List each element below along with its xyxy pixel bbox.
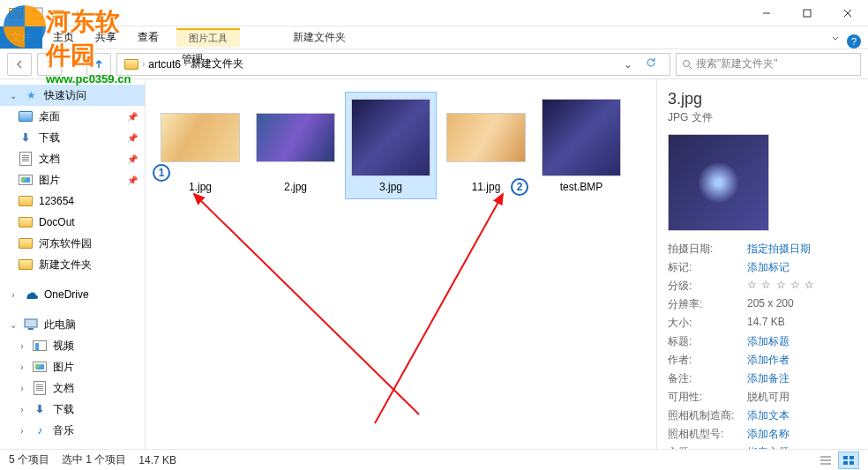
file-name: 11.jpg [472,181,501,193]
sidebar-item[interactable]: 河东软件园 [0,233,145,254]
file-item[interactable]: 3.jpg [345,92,437,199]
meta-value[interactable]: 添加作者 [747,353,857,368]
library-icon: ♪ [32,422,48,438]
sidebar-onedrive[interactable]: › OneDrive [0,284,145,305]
folder-icon [18,151,34,167]
meta-value[interactable]: 添加名称 [747,427,857,442]
sidebar-item[interactable]: ›视频 [0,335,145,356]
ribbon-tab-home[interactable]: 主页 [42,26,85,48]
nav-recent-button[interactable] [67,58,81,71]
folder-icon [18,257,34,272]
meta-value: 脱机可用 [747,390,857,405]
svg-rect-2 [53,11,64,18]
onedrive-icon [23,287,39,302]
navigation-pane: ⌄ ★ 快速访问 桌面📌⬇下载📌文档📌图片📌123654DocOut河东软件园新… [0,79,146,449]
svg-rect-17 [849,456,854,459]
search-input[interactable]: 搜索"新建文件夹" [676,53,861,76]
quick-access-toolbar [0,4,88,22]
sidebar-item[interactable]: 桌面📌 [0,106,145,127]
svg-rect-16 [843,456,848,459]
pin-icon: 📌 [127,112,138,122]
details-pane: 3.jpg JPG 文件 拍摄日期:指定拍摄日期标记:添加标记分级:☆ ☆ ☆ … [656,79,868,449]
meta-key: 分辨率: [668,297,747,312]
preview-thumbnail [668,134,769,231]
file-thumbnail [161,113,240,162]
file-name: 1.jpg [189,181,212,193]
preview-filename: 3.jpg [668,90,857,108]
meta-value[interactable]: 添加标记 [747,260,857,275]
refresh-button[interactable] [640,56,662,71]
sidebar-item[interactable]: ⬇下载📌 [0,127,145,148]
ribbon-tab-view[interactable]: 查看 [127,26,169,48]
file-thumbnail [542,99,621,176]
annotation-1: 1 [153,164,170,182]
ribbon-file-tab[interactable]: 文件 [0,26,42,48]
meta-key: 备注: [668,371,747,386]
library-icon: ⬇ [32,401,48,417]
ribbon-expand-button[interactable] [824,29,847,48]
nav-forward-button[interactable] [37,53,62,76]
meta-value[interactable]: 添加标题 [747,334,857,349]
library-icon [32,380,48,396]
meta-key: 分级: [668,279,747,294]
file-name: 3.jpg [379,181,402,193]
file-thumbnail [446,113,526,162]
folder-icon [18,108,34,124]
svg-rect-1 [34,10,36,12]
qat-dropdown-icon[interactable] [71,4,88,22]
sidebar-item[interactable]: ›⬇下载 [0,399,145,420]
annotation-arrow-2 [366,185,516,432]
meta-key: 大小: [668,316,747,331]
file-item[interactable]: test.BMP [535,92,627,199]
qat-properties-icon[interactable] [28,4,46,22]
close-button[interactable] [827,0,868,26]
view-details-button[interactable] [815,451,836,469]
meta-key: 可用性: [668,390,747,405]
meta-value[interactable]: 指定拍摄日期 [747,242,857,257]
folder-icon [18,214,34,230]
meta-key: 标记: [668,260,747,275]
sidebar-thispc[interactable]: ⌄ 此电脑 [0,314,145,335]
ribbon-contextual-header: 图片工具 [176,28,240,47]
annotation-2: 2 [511,178,528,196]
file-item[interactable]: 1.jpg [154,92,246,199]
sidebar-item[interactable]: DocOut [0,212,145,233]
maximize-button[interactable] [787,0,827,26]
pin-icon: 📌 [127,133,138,143]
nav-back-button[interactable] [7,53,32,76]
sidebar-item[interactable]: 文档📌 [0,148,145,169]
meta-value[interactable]: 指定主题 [747,445,857,449]
file-list[interactable]: 1 2 1.jpg2.jpg3.jpg11.jpgtest.BMP [146,79,656,449]
app-icon [7,4,25,22]
svg-rect-4 [804,10,811,17]
help-icon[interactable]: ? [847,34,861,48]
sidebar-item[interactable]: 123654 [0,190,145,212]
sidebar-item[interactable]: ›图片 [0,356,145,377]
meta-value[interactable]: 添加文本 [747,408,857,423]
sidebar-item[interactable]: 新建文件夹 [0,254,145,275]
nav-up-button[interactable] [86,53,111,76]
sidebar-item[interactable]: ›♪音乐 [0,420,145,441]
file-item[interactable]: 2.jpg [250,92,341,199]
svg-rect-18 [843,461,848,465]
file-name: 2.jpg [284,181,307,193]
folder-icon [18,172,34,188]
meta-value[interactable]: 添加备注 [747,371,857,386]
address-dropdown-icon[interactable]: ⌄ [618,58,638,71]
library-icon [32,359,48,375]
sidebar-item[interactable]: ›文档 [0,377,145,399]
view-thumbnails-button[interactable] [838,451,859,469]
preview-filetype: JPG 文件 [668,110,857,125]
ribbon-contextual-tab[interactable]: 管理 [169,48,215,71]
minimize-button[interactable] [746,0,787,26]
sidebar-item[interactable]: 图片📌 [0,169,145,190]
meta-key: 拍摄日期: [668,242,747,257]
status-bar: 5 个项目 选中 1 个项目 14.7 KB [0,449,868,470]
sidebar-quick-access[interactable]: ⌄ ★ 快速访问 [0,85,145,106]
ribbon-tab-share[interactable]: 共享 [85,26,127,48]
pc-icon [23,317,39,332]
file-thumbnail [256,113,335,162]
qat-newfolder-icon[interactable] [49,4,67,22]
meta-value: 14.7 KB [747,316,857,331]
meta-value: 205 x 200 [747,297,857,312]
